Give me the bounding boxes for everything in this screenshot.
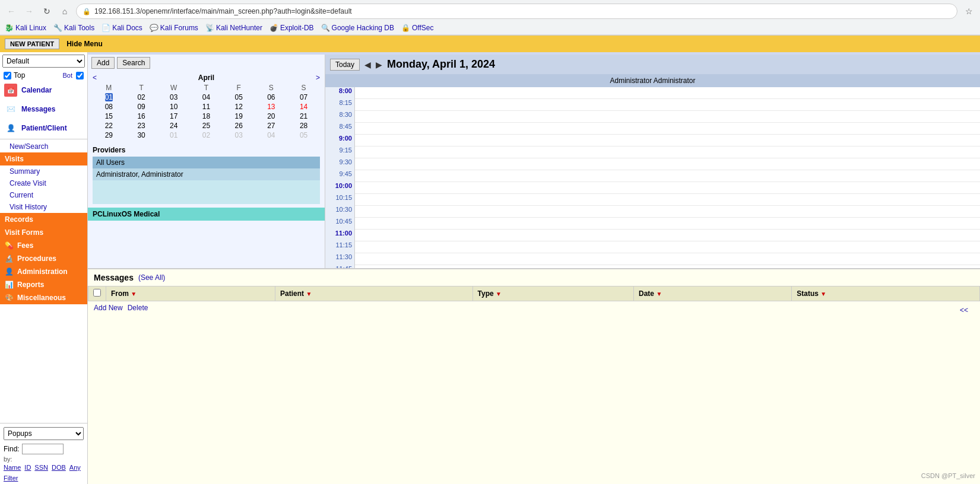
cal-day-2-6[interactable]: 21	[287, 112, 320, 121]
sidebar-item-create-visit[interactable]: Create Visit	[0, 177, 87, 189]
cal-day-1-5[interactable]: 13	[255, 102, 288, 112]
cal-day-2-2[interactable]: 17	[157, 112, 190, 121]
date-col-header[interactable]: Date ▼	[634, 286, 792, 301]
sidebar-item-miscellaneous[interactable]: 🎨 Miscellaneous	[0, 291, 87, 304]
messages-paginator[interactable]: <<	[954, 304, 974, 317]
cal-day-3-5[interactable]: 27	[255, 121, 288, 130]
time-content-845[interactable]	[355, 123, 980, 135]
sidebar-select[interactable]: Default	[2, 55, 85, 68]
cal-day-3-1[interactable]: 23	[125, 121, 158, 130]
select-all-checkbox[interactable]	[93, 289, 101, 297]
bookmark-kali-forums[interactable]: 💬 Kali Forums	[150, 24, 198, 32]
next-month-button[interactable]: >	[316, 74, 320, 82]
cal-day-0-3[interactable]: 04	[190, 93, 223, 102]
cal-day-1-0[interactable]: 08	[93, 102, 125, 112]
patient-col-header[interactable]: Patient ▼	[275, 286, 472, 301]
time-content-1130[interactable]	[355, 253, 980, 265]
cal-day-3-4[interactable]: 26	[223, 121, 255, 130]
find-by-id[interactable]: ID	[24, 464, 31, 471]
find-by-any[interactable]: Any	[69, 464, 81, 471]
find-by-dob[interactable]: DOB	[52, 464, 66, 471]
cal-day-4-4[interactable]: 03	[223, 130, 255, 140]
bot-checkbox[interactable]	[76, 72, 84, 79]
bookmark-offsec[interactable]: 🔒 OffSec	[401, 24, 433, 32]
from-col-header[interactable]: From ▼	[106, 286, 275, 301]
sidebar-item-visit-history[interactable]: Visit History	[0, 201, 87, 213]
sidebar-item-administration[interactable]: 👤 Administration	[0, 265, 87, 278]
add-new-message-link[interactable]: Add New	[94, 304, 123, 317]
next-day-button[interactable]: ▶	[376, 60, 382, 69]
cal-day-1-2[interactable]: 10	[157, 102, 190, 112]
cal-day-1-1[interactable]: 09	[125, 102, 158, 112]
refresh-button[interactable]: ↻	[40, 5, 53, 18]
bookmark-kali-nethunter[interactable]: 📡 Kali NetHunter	[205, 24, 262, 32]
provider-all-users[interactable]: All Users	[93, 157, 320, 168]
time-content-1030[interactable]	[355, 206, 980, 218]
sidebar-item-calendar[interactable]: 📅 Calendar	[0, 81, 87, 100]
sidebar-item-patient-client[interactable]: 👤 Patient/Client	[0, 119, 87, 138]
home-button[interactable]: ⌂	[58, 5, 71, 18]
provider-administrator[interactable]: Administrator, Administrator	[93, 168, 320, 180]
add-appointment-button[interactable]: Add	[91, 57, 115, 69]
prev-day-button[interactable]: ◀	[364, 60, 371, 69]
sidebar-item-new-search[interactable]: New/Search	[0, 141, 87, 152]
cal-day-1-3[interactable]: 11	[190, 102, 223, 112]
time-content-900[interactable]	[355, 135, 980, 147]
today-button[interactable]: Today	[330, 59, 360, 71]
cal-day-2-1[interactable]: 16	[125, 112, 158, 121]
time-content-945[interactable]	[355, 170, 980, 182]
cal-day-3-2[interactable]: 24	[157, 121, 190, 130]
time-content-1115[interactable]	[355, 241, 980, 253]
sidebar-item-summary[interactable]: Summary	[0, 165, 87, 177]
popups-select[interactable]: Popups	[4, 427, 84, 440]
cal-day-0-1[interactable]: 02	[125, 93, 158, 102]
cal-day-3-3[interactable]: 25	[190, 121, 223, 130]
sidebar-section-visit-forms[interactable]: Visit Forms	[0, 226, 87, 239]
prev-month-button[interactable]: <	[93, 74, 97, 82]
new-patient-button[interactable]: NEW PATIENT	[5, 39, 59, 49]
cal-day-2-5[interactable]: 20	[255, 112, 288, 121]
cal-day-4-0[interactable]: 29	[93, 130, 125, 140]
time-content-830[interactable]	[355, 111, 980, 123]
bookmark-google-hacking-db[interactable]: 🔍 Google Hacking DB	[321, 24, 394, 32]
sidebar-item-procedures[interactable]: 🔬 Procedures	[0, 252, 87, 265]
cal-day-4-6[interactable]: 05	[287, 130, 320, 140]
cal-day-3-0[interactable]: 22	[93, 121, 125, 130]
cal-day-3-6[interactable]: 28	[287, 121, 320, 130]
status-col-header[interactable]: Status ▼	[792, 286, 980, 301]
sidebar-item-current[interactable]: Current	[0, 189, 87, 201]
cal-day-0-2[interactable]: 03	[157, 93, 190, 102]
time-content-930[interactable]	[355, 158, 980, 170]
bookmark-kali-linux[interactable]: 🐉 Kali Linux	[5, 24, 46, 32]
sidebar-section-visits[interactable]: Visits	[0, 152, 87, 165]
cal-day-1-4[interactable]: 12	[223, 102, 255, 112]
delete-message-link[interactable]: Delete	[128, 304, 148, 317]
see-all-link[interactable]: (See All)	[138, 273, 165, 282]
cal-day-4-2[interactable]: 01	[157, 130, 190, 140]
bookmark-star-button[interactable]: ☆	[962, 5, 975, 18]
sidebar-item-messages[interactable]: ✉️ Messages	[0, 100, 87, 119]
find-by-ssn[interactable]: SSN	[34, 464, 48, 471]
forward-button[interactable]: →	[23, 5, 36, 18]
time-content-800[interactable]	[355, 87, 980, 99]
find-input[interactable]	[22, 444, 64, 454]
cal-day-0-5[interactable]: 06	[255, 93, 288, 102]
time-content-1100[interactable]	[355, 230, 980, 241]
find-by-filter[interactable]: Filter	[4, 475, 18, 482]
cal-day-0-4[interactable]: 05	[223, 93, 255, 102]
cal-day-4-5[interactable]: 04	[255, 130, 288, 140]
cal-day-2-3[interactable]: 18	[190, 112, 223, 121]
bookmark-exploit-db[interactable]: 💣 Exploit-DB	[269, 24, 314, 32]
type-col-header[interactable]: Type ▼	[472, 286, 633, 301]
sidebar-item-fees[interactable]: 💊 Fees	[0, 239, 87, 252]
sidebar-item-reports[interactable]: 📊 Reports	[0, 278, 87, 291]
hide-menu-link[interactable]: Hide Menu	[66, 40, 103, 48]
time-content-815[interactable]	[355, 99, 980, 111]
time-content-1000[interactable]	[355, 182, 980, 194]
time-content-1045[interactable]	[355, 218, 980, 230]
sidebar-section-records[interactable]: Records	[0, 213, 87, 226]
top-checkbox[interactable]	[4, 72, 11, 79]
find-by-name[interactable]: Name	[4, 464, 21, 471]
cal-day-0-6[interactable]: 07	[287, 93, 320, 102]
cal-day-1-6[interactable]: 14	[287, 102, 320, 112]
